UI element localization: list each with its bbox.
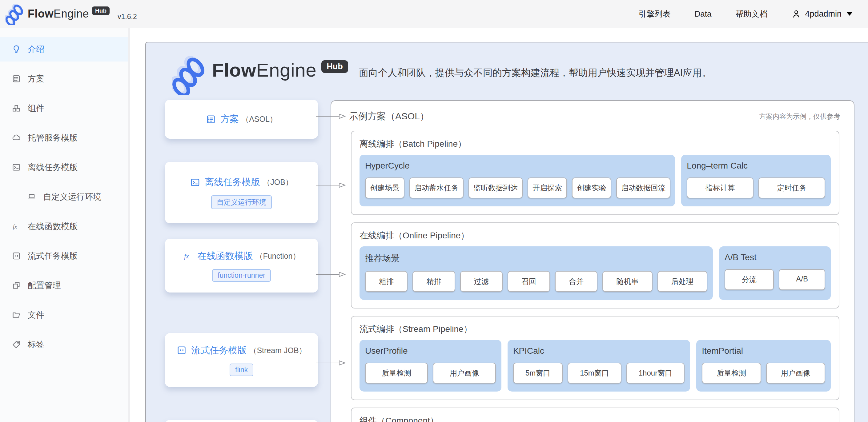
- sidebar-item-1[interactable]: 方案: [0, 66, 130, 91]
- pipeline-chip: 精排: [412, 271, 455, 292]
- pipeline-chip: 指标计算: [687, 177, 753, 198]
- sidebar-item-10[interactable]: 标签: [0, 332, 130, 357]
- sidebar-item-label: 标签: [28, 339, 44, 350]
- sidebar-item-label: 离线任务模版: [28, 162, 78, 173]
- group-Long–term Calc: Long–term Calc指标计算定时任务: [681, 155, 831, 206]
- section-groups: HyperCycle创建场景启动蓄水任务监听数据到达开启探索创建实验启动数据回流…: [360, 155, 831, 206]
- flow-card-badge: flink: [229, 363, 253, 376]
- group-chips: 质量检测用户画像: [365, 363, 496, 384]
- brand-logo[interactable]: Flow Engine Hub: [0, 2, 110, 25]
- flowengine-swoosh-icon: [5, 2, 23, 25]
- cloud-icon: [12, 133, 21, 142]
- flow-card-title: 流式任务模版: [191, 344, 247, 357]
- section-groups: 推荐场景粗排精排过滤召回合并随机串后处理A/B Test分流A/B: [360, 247, 831, 300]
- pipeline-chip: 粗排: [365, 271, 407, 292]
- flow-card-suffix: （ASOL）: [241, 114, 277, 124]
- svg-text:fx: fx: [13, 223, 17, 230]
- nav-item-2[interactable]: 帮助文档: [735, 9, 767, 20]
- sidebar-item-label: 托管服务模版: [28, 132, 78, 143]
- flow-card-1[interactable]: 离线任务模版（JOB）自定义运行环境: [165, 162, 318, 223]
- flow-card-partial[interactable]: [165, 420, 318, 422]
- sidebar-item-3[interactable]: 托管服务模版: [0, 126, 130, 150]
- group-title: 推荐场景: [365, 253, 707, 264]
- sidebar-item-5[interactable]: 自定义运行环境: [0, 185, 130, 209]
- intro-page-panel: Flow Engine Hub 面向个人和团队，提供与众不同的方案构建流程，帮助…: [145, 42, 868, 422]
- flow-card-badge: function-runner: [212, 269, 271, 282]
- sidebar-item-9[interactable]: 文件: [0, 303, 130, 327]
- pipeline-chip: 监听数据到达: [468, 177, 523, 198]
- group-title: UserProfile: [365, 346, 496, 356]
- group-UserProfile: UserProfile质量检测用户画像: [360, 340, 501, 392]
- user-menu[interactable]: 4pdadmin: [792, 9, 852, 19]
- pipeline-chip: 用户画像: [766, 363, 825, 384]
- flow-card-title-row: 方案（ASOL）: [206, 113, 277, 126]
- user-name: 4pdadmin: [805, 9, 841, 19]
- sidebar-item-label: 组件: [28, 103, 44, 114]
- sidebar-item-2[interactable]: 组件: [0, 96, 130, 121]
- flow-card-0[interactable]: 方案（ASOL）: [165, 100, 318, 139]
- flow-card-suffix: （Stream JOB）: [249, 346, 306, 356]
- section-title: 组件（Component）: [360, 415, 831, 422]
- sidebar-item-label: 流式任务模版: [28, 250, 78, 261]
- flow-card-title-row: 离线任务模版（JOB）: [190, 176, 293, 189]
- pipeline-chip: 质量检测: [702, 363, 761, 384]
- connector-arrow: [316, 182, 347, 189]
- plan-list-icon: [206, 114, 216, 125]
- flow-card-title-row: fx在线函数模版（Function）: [183, 250, 301, 262]
- group-chips: 粗排精排过滤召回合并随机串后处理: [365, 271, 707, 292]
- terminal-icon: [12, 163, 21, 172]
- svg-text:fx: fx: [184, 253, 189, 260]
- sidebar-item-8[interactable]: 配置管理: [0, 273, 130, 298]
- group-推荐场景: 推荐场景粗排精排过滤召回合并随机串后处理: [360, 247, 713, 300]
- terminal-icon: [190, 177, 200, 188]
- sidebar-item-label: 介绍: [28, 44, 44, 55]
- section-title: 离线编排（Batch Pipeline）: [360, 138, 831, 150]
- example-panel-note: 方案内容为示例，仅供参考: [759, 112, 840, 121]
- caret-down-icon: [846, 12, 852, 16]
- pipeline-chip: 合并: [555, 271, 597, 292]
- example-panel-header: 示例方案（ASOL） 方案内容为示例，仅供参考: [349, 110, 840, 123]
- group-ItemPortial: ItemPortial质量检测用户画像: [696, 340, 831, 392]
- flow-card-2[interactable]: fx在线函数模版（Function）function-runner: [165, 239, 318, 293]
- group-title: ItemPortial: [702, 346, 825, 356]
- pipeline-chip: 召回: [507, 271, 550, 292]
- flow-card-suffix: （JOB）: [262, 177, 293, 187]
- pipeline-section-3: 组件（Component）: [351, 408, 839, 422]
- flow-card-title: 离线任务模版: [205, 176, 260, 189]
- pipeline-chip: 创建场景: [365, 177, 404, 198]
- pipeline-chip: 创建实验: [572, 177, 611, 198]
- section-title: 流式编排（Stream Pipeline）: [360, 323, 831, 335]
- tag-icon: [12, 340, 21, 349]
- group-A/B Test: A/B Test分流A/B: [719, 247, 831, 300]
- pipeline-section-0: 离线编排（Batch Pipeline）HyperCycle创建场景启动蓄水任务…: [351, 131, 839, 215]
- brand-engine: Engine: [54, 7, 89, 20]
- example-panel-title: 示例方案（ASOL）: [349, 110, 429, 123]
- pipeline-chip: 后处理: [657, 271, 707, 292]
- connector-arrow: [316, 271, 347, 278]
- sidebar-item-4[interactable]: 离线任务模版: [0, 155, 130, 180]
- pipeline-chip: A/B: [779, 269, 825, 290]
- stream-box-icon: [12, 251, 21, 261]
- flow-card-3[interactable]: 流式任务模版（Stream JOB）flink: [165, 333, 318, 387]
- pipeline-chip: 开启探索: [528, 177, 567, 198]
- sidebar-item-6[interactable]: fx在线函数模版: [0, 214, 130, 239]
- fx-icon: fx: [183, 251, 193, 261]
- flow-card-title: 方案: [220, 113, 239, 126]
- nav-item-0[interactable]: 引擎列表: [639, 9, 671, 20]
- group-HyperCycle: HyperCycle创建场景启动蓄水任务监听数据到达开启探索创建实验启动数据回流: [360, 155, 675, 206]
- pipeline-chip: 用户画像: [433, 363, 496, 384]
- pipeline-section-1: 在线编排（Online Pipeline）推荐场景粗排精排过滤召回合并随机串后处…: [351, 222, 839, 309]
- pipeline-chip: 质量检测: [365, 363, 428, 384]
- example-solution-panel: 示例方案（ASOL） 方案内容为示例，仅供参考 离线编排（Batch Pipel…: [331, 100, 855, 422]
- group-chips: 指标计算定时任务: [687, 177, 825, 198]
- nav-item-1[interactable]: Data: [694, 9, 711, 19]
- group-chips: 分流A/B: [724, 269, 825, 290]
- sidebar-item-0[interactable]: 介绍: [0, 37, 130, 62]
- group-title: A/B Test: [724, 253, 825, 262]
- flow-card-title-row: 流式任务模版（Stream JOB）: [176, 344, 306, 357]
- sidebar-scrollbar[interactable]: [128, 28, 130, 422]
- lightbulb-icon: [12, 44, 21, 54]
- pipeline-chip: 分流: [724, 269, 774, 290]
- sidebar-item-7[interactable]: 流式任务模版: [0, 244, 130, 268]
- hub-badge: Hub: [92, 6, 110, 15]
